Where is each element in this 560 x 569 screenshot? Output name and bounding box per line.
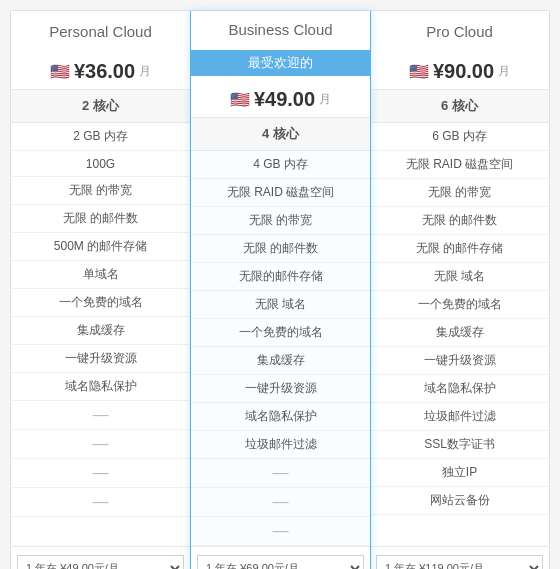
feature-pro-4: 无限 的邮件存储 [370, 235, 549, 263]
feature-business-2: 无限 的带宽 [191, 207, 370, 235]
feature-personal-1: 100G [11, 151, 190, 177]
feature-business-5: 无限 域名 [191, 291, 370, 319]
feature-business-11: — [191, 459, 370, 488]
plan-select-business[interactable]: 1 年在 ¥69.00元/月 [197, 555, 364, 569]
plan-header-pro: Pro Cloud [370, 11, 549, 52]
feature-pro-3: 无限 的邮件数 [370, 207, 549, 235]
plan-select-pro[interactable]: 1 年在 ¥119.00元/月 [376, 555, 543, 569]
flag-icon-business: 🇺🇸 [230, 90, 250, 109]
plan-name-pro: Pro Cloud [378, 23, 541, 40]
feature-business-12: — [191, 488, 370, 517]
plan-footer-personal[interactable]: 1 年在 ¥49.00元/月 [11, 546, 190, 569]
feature-business-4: 无限的邮件存储 [191, 263, 370, 291]
feature-pro-11: SSL数字证书 [370, 431, 549, 459]
plan-business: Business Cloud 最受欢迎的 🇺🇸 ¥49.00 月 4 核心 4 … [190, 11, 371, 569]
feature-pro-10: 垃圾邮件过滤 [370, 403, 549, 431]
feature-personal-9: 域名隐私保护 [11, 373, 190, 401]
feature-pro-7: 集成缓存 [370, 319, 549, 347]
price-unit-personal: 月 [139, 63, 151, 80]
plan-personal: Personal Cloud 🇺🇸 ¥36.00 月 2 核心 2 GB 内存1… [11, 11, 191, 569]
feature-personal-7: 集成缓存 [11, 317, 190, 345]
feature-personal-6: 一个免费的域名 [11, 289, 190, 317]
feature-personal-5: 单域名 [11, 261, 190, 289]
flag-icon-pro: 🇺🇸 [409, 62, 429, 81]
feature-business-0: 4 GB 内存 [191, 151, 370, 179]
plan-header-personal: Personal Cloud [11, 11, 190, 52]
pricing-table: Personal Cloud 🇺🇸 ¥36.00 月 2 核心 2 GB 内存1… [10, 10, 550, 569]
plan-name-business: Business Cloud [199, 21, 362, 38]
feature-pro-1: 无限 RAID 磁盘空间 [370, 151, 549, 179]
plan-name-personal: Personal Cloud [19, 23, 182, 40]
price-row-business: 🇺🇸 ¥49.00 月 [191, 80, 370, 118]
feature-pro-5: 无限 域名 [370, 263, 549, 291]
feature-personal-11: — [11, 430, 190, 459]
cores-pro: 6 核心 [370, 90, 549, 123]
feature-business-3: 无限 的邮件数 [191, 235, 370, 263]
price-unit-business: 月 [319, 91, 331, 108]
plan-footer-business[interactable]: 1 年在 ¥69.00元/月 [191, 546, 370, 569]
feature-personal-4: 500M 的邮件存储 [11, 233, 190, 261]
featured-badge: 最受欢迎的 [191, 50, 370, 76]
feature-pro-9: 域名隐私保护 [370, 375, 549, 403]
plan-select-personal[interactable]: 1 年在 ¥49.00元/月 [17, 555, 184, 569]
price-row-personal: 🇺🇸 ¥36.00 月 [11, 52, 190, 90]
feature-personal-13: — [11, 488, 190, 517]
feature-personal-12: — [11, 459, 190, 488]
feature-business-9: 域名隐私保护 [191, 403, 370, 431]
feature-business-13: — [191, 517, 370, 546]
feature-business-1: 无限 RAID 磁盘空间 [191, 179, 370, 207]
feature-pro-0: 6 GB 内存 [370, 123, 549, 151]
feature-personal-10: — [11, 401, 190, 430]
price-row-pro: 🇺🇸 ¥90.00 月 [370, 52, 549, 90]
feature-business-7: 集成缓存 [191, 347, 370, 375]
price-unit-pro: 月 [498, 63, 510, 80]
price-amount-pro: ¥90.00 [433, 60, 494, 83]
feature-pro-13: 网站云备份 [370, 487, 549, 515]
feature-pro-2: 无限 的带宽 [370, 179, 549, 207]
feature-business-6: 一个免费的域名 [191, 319, 370, 347]
flag-icon-personal: 🇺🇸 [50, 62, 70, 81]
plan-pro: Pro Cloud 🇺🇸 ¥90.00 月 6 核心 6 GB 内存无限 RAI… [370, 11, 549, 569]
feature-pro-12: 独立IP [370, 459, 549, 487]
plan-header-business: Business Cloud [191, 11, 370, 50]
cores-business: 4 核心 [191, 118, 370, 151]
feature-pro-8: 一键升级资源 [370, 347, 549, 375]
feature-personal-3: 无限 的邮件数 [11, 205, 190, 233]
feature-personal-0: 2 GB 内存 [11, 123, 190, 151]
feature-business-8: 一键升级资源 [191, 375, 370, 403]
feature-pro-6: 一个免费的域名 [370, 291, 549, 319]
cores-personal: 2 核心 [11, 90, 190, 123]
plan-footer-pro[interactable]: 1 年在 ¥119.00元/月 [370, 546, 549, 569]
feature-business-10: 垃圾邮件过滤 [191, 431, 370, 459]
feature-personal-8: 一键升级资源 [11, 345, 190, 373]
feature-personal-2: 无限 的带宽 [11, 177, 190, 205]
price-amount-business: ¥49.00 [254, 88, 315, 111]
price-amount-personal: ¥36.00 [74, 60, 135, 83]
